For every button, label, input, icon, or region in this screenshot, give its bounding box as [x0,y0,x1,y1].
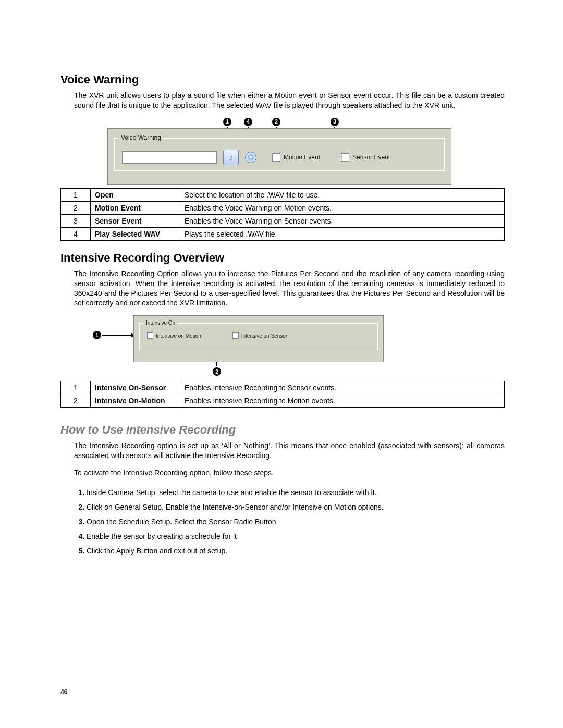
callout-2: 2 [213,367,221,376]
motion-event-checkbox[interactable]: Motion Event [272,153,320,162]
table-row: 2Motion EventEnables the Voice Warning o… [61,201,505,214]
callout-4: 4 [244,118,252,126]
list-item: Click the Apply Button and exit out of s… [87,544,505,558]
wav-path-input[interactable] [122,151,217,164]
callout-3: 3 [331,118,339,126]
intensive-on-motion-label: Intensive on Motion [156,333,201,339]
intensive-heading: Intensive Recording Overview [60,251,505,265]
sensor-event-checkbox[interactable]: Sensor Event [341,153,390,162]
table-row: 3Sensor EventEnables the Voice Warning o… [61,214,505,227]
music-note-icon: ♪ [229,153,233,162]
callout-2: 2 [272,118,280,126]
howto-paragraph-1: The Intensive Recording option is set up… [74,441,505,461]
callout-1: 1 [223,118,231,126]
table-row: 4Play Selected WAVPlays the selected .WA… [61,227,505,240]
play-wav-button[interactable] [245,152,256,163]
checkbox-icon [341,153,349,162]
voice-warning-heading: Voice Warning [60,73,505,87]
groupbox-title: Voice Warning [119,134,163,141]
intensive-panel: Intensive On Intensive on Motion Intensi… [133,315,384,362]
list-item: Open the Schedule Setup. Select the Sens… [87,514,505,529]
intensive-on-motion-checkbox[interactable]: Intensive on Motion [147,332,201,339]
howto-heading: How to Use Intensive Recording [60,423,505,437]
howto-steps: Inside Camera Setup, select the camera t… [74,485,505,558]
groupbox-title: Intensive On [144,320,177,326]
page-number: 46 [60,688,67,696]
table-row: 2Intensive On-MotionEnables Intensive Re… [61,394,505,408]
voice-warning-table: 1OpenSelect the location of the .WAV fil… [60,188,505,241]
intensive-paragraph: The Intensive Recording Option allows yo… [74,269,505,309]
intensive-on-sensor-checkbox[interactable]: Intensive on Sensor [232,332,287,339]
checkbox-icon [232,332,239,339]
list-item: Click on General Setup. Enable the Inten… [87,500,505,514]
checkbox-icon [272,153,280,162]
open-file-button[interactable]: ♪ [223,150,239,165]
sensor-event-label: Sensor Event [352,154,390,161]
intensive-table: 1Intensive On-SensorEnables Intensive Re… [60,381,505,408]
callout-1: 1 [93,331,101,339]
intensive-on-sensor-label: Intensive on Sensor [241,333,287,339]
voice-warning-paragraph: The XVR unit allows users to play a soun… [74,91,505,110]
voice-warning-panel: Voice Warning ♪ Motion Event S [107,128,451,185]
table-row: 1OpenSelect the location of the .WAV fil… [61,188,505,201]
arrow-icon [102,335,134,336]
motion-event-label: Motion Event [284,154,320,161]
voice-warning-diagram: 1 4 2 3 Voice Warning ♪ Mot [107,118,451,185]
checkbox-icon [147,332,153,339]
list-item: Inside Camera Setup, select the camera t… [87,485,505,500]
intensive-diagram: 1 2 Intensive On Intensive on Motion Int… [93,315,505,378]
howto-paragraph-2: To activate the Intensive Recording opti… [74,468,505,478]
table-row: 1Intensive On-SensorEnables Intensive Re… [61,381,505,394]
list-item: Enable the sensor by creating a schedule… [87,529,505,544]
